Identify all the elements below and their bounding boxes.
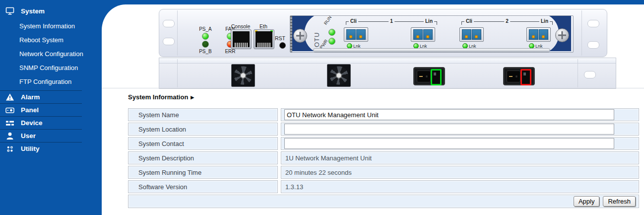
fiber-port-cli-2 [459, 27, 484, 42]
table-row: System Name [128, 108, 639, 121]
console-port [231, 29, 252, 49]
table-row: System Running Time 20 minutes 22 second… [128, 166, 639, 179]
user-icon [4, 131, 15, 141]
port-group-2: Cli 2 Lin Lnk Lnk [458, 19, 556, 51]
fiber-port-lin-1 [411, 27, 435, 42]
power-module-a [413, 67, 445, 85]
port-pins [258, 43, 270, 47]
row-label: System Name [128, 108, 278, 121]
heading-arrow-icon: ▶ [191, 95, 194, 100]
otu-card: OTU RUN PWR Cli 1 Lin Lnk Lnk [290, 15, 574, 53]
monitor-icon [4, 6, 15, 16]
row-value-cell [281, 108, 639, 121]
otu-card-label: OTU [313, 21, 321, 47]
system-location-input[interactable] [284, 124, 614, 135]
sidebar-item-label: Utility [21, 145, 40, 152]
sidebar-item-system-information[interactable]: System Information [0, 19, 102, 33]
table-row: System Description 1U Network Management… [128, 151, 639, 164]
sidebar-item-label: System [21, 7, 45, 15]
console-label: Console [230, 23, 252, 29]
sidebar-item-utility[interactable]: Utility [0, 143, 102, 155]
ps-b-led [202, 41, 209, 48]
rack-ear-hole [587, 41, 599, 49]
lc-ferrule [472, 29, 481, 40]
lc-ferrule [356, 29, 366, 40]
run-led [328, 29, 335, 36]
sidebar-item-user[interactable]: User [0, 130, 102, 142]
sidebar-item-ftp-configuration[interactable]: FTP Configuration [0, 74, 102, 88]
row-label: System Running Time [128, 166, 278, 179]
table-row: System Location [128, 123, 639, 136]
right-bracket-divider [581, 10, 582, 56]
lc-ferrule [413, 29, 423, 40]
lc-ferrule [529, 29, 538, 40]
sidebar-item-label: Panel [21, 106, 39, 114]
rst-label: RST [275, 35, 285, 41]
reset-button [279, 42, 286, 49]
page-title-text: System Information [128, 93, 188, 101]
sidebar-item-snmp-configuration[interactable]: SNMP Configuration [0, 61, 102, 74]
row-label: System Description [128, 151, 278, 164]
fiber-port-lin-2 [526, 27, 551, 42]
system-submenu: System Information Reboot System Network… [0, 19, 102, 88]
group-number: 2 [504, 18, 510, 24]
sidebar-item-alarm[interactable]: Alarm [0, 91, 102, 103]
err-label: ERR [225, 49, 235, 54]
left-bracket-divider [177, 10, 178, 56]
sidebar-item-panel[interactable]: Panel [0, 104, 102, 116]
eth-label: Eth [253, 23, 274, 29]
power-switch-ok [431, 69, 442, 85]
cli-label: Cli [464, 18, 474, 24]
lc-ferrule [539, 29, 548, 40]
table-footer: Apply Refresh [128, 195, 639, 208]
cli-label: Cli [349, 18, 358, 24]
thumb-screw-left [293, 29, 307, 43]
lc-ferrule [423, 29, 433, 40]
row-value-cell: 1.3.13 [281, 180, 639, 193]
alarm-icon [4, 92, 15, 102]
thumb-screw-right [555, 28, 569, 42]
sidebar-item-device[interactable]: Device [0, 117, 102, 129]
row-value-cell: 20 minutes 22 seconds [281, 166, 639, 179]
lc-ferrule [346, 29, 356, 40]
rack-unit-rear-panel [159, 58, 616, 89]
frame-divider [102, 88, 644, 88]
system-running-time-value: 20 minutes 22 seconds [284, 169, 352, 176]
lnk-label: Lnk [420, 44, 427, 49]
apply-button[interactable]: Apply [574, 196, 600, 207]
row-value-cell: 1U Network Management Unit [281, 151, 639, 164]
sidebar-item-label: User [21, 132, 36, 140]
fan-1 [231, 64, 255, 87]
pwr-led [328, 38, 335, 45]
lc-ferrule [462, 29, 471, 40]
software-version-value: 1.3.13 [284, 183, 303, 191]
card-handle [313, 48, 550, 52]
lnk-label: Lnk [469, 44, 476, 49]
sidebar-item-reboot-system[interactable]: Reboot System [0, 33, 102, 47]
table-row: System Contact [128, 137, 639, 150]
system-information-table: System Name System Location System Conta… [128, 108, 639, 208]
fan-2 [327, 64, 351, 87]
sidebar-item-system[interactable]: System [0, 5, 102, 17]
power-module-b [503, 67, 535, 85]
rack-ear-hole [163, 20, 175, 27]
system-name-input[interactable] [284, 109, 614, 120]
sidebar: System System Information Reboot System … [0, 0, 102, 215]
row-label: System Location [128, 123, 278, 136]
sidebar-item-network-configuration[interactable]: Network Configuration [0, 47, 102, 61]
utility-icon [4, 144, 15, 154]
system-contact-input[interactable] [284, 138, 614, 149]
ac-inlet [507, 71, 520, 82]
chassis-ridge [159, 58, 616, 64]
refresh-button[interactable]: Refresh [603, 196, 636, 207]
eth-port [254, 29, 274, 49]
content-panel: PS_A FAN PS_B ERR Console Eth RST [102, 4, 644, 215]
fiber-port-cli-1 [344, 27, 368, 42]
lnk-label: Lnk [353, 44, 361, 49]
port-group-1: Cli 1 Lin Lnk Lnk [343, 19, 440, 51]
rack-unit-front-panel: PS_A FAN PS_B ERR Console Eth RST [159, 9, 607, 57]
right-bracket-divider [578, 59, 578, 87]
power-switch-error [520, 69, 531, 85]
sidebar-item-label: Alarm [21, 93, 40, 101]
ps-b-label: PS_B [199, 49, 212, 54]
